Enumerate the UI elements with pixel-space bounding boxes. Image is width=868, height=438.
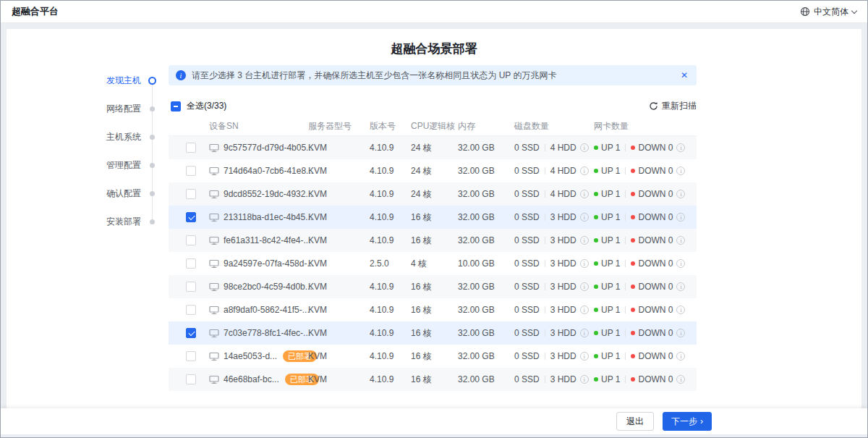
host-checkbox[interactable] bbox=[186, 235, 196, 245]
host-checkbox[interactable] bbox=[186, 189, 196, 199]
nic-info-icon[interactable]: i bbox=[676, 306, 685, 314]
disk-info-icon[interactable]: i bbox=[580, 375, 589, 384]
host-nic-cell: UP 1 DOWN 0 i bbox=[594, 258, 697, 269]
wizard-step[interactable]: 确认配置 bbox=[7, 180, 160, 208]
down-status-dot bbox=[631, 215, 635, 219]
nic-info-icon[interactable]: i bbox=[676, 143, 685, 152]
select-all-checkbox[interactable] bbox=[171, 101, 181, 111]
rescan-label: 重新扫描 bbox=[662, 100, 697, 112]
host-disk-cell: 0 SSD 4 HDD i bbox=[514, 166, 594, 176]
nic-info-icon[interactable]: i bbox=[676, 167, 685, 175]
disk-info-icon[interactable]: i bbox=[580, 329, 589, 337]
host-down-count: DOWN 0 bbox=[638, 305, 673, 315]
host-model: KVM bbox=[308, 258, 370, 269]
host-disk-cell: 0 SSD 3 HDD i bbox=[514, 282, 594, 292]
host-checkbox[interactable] bbox=[186, 166, 196, 176]
host-row[interactable]: 714d64a0-7cb6-41e8... KVM 4.10.9 24 核 32… bbox=[169, 159, 697, 182]
host-row[interactable]: 46e68baf-bc... 已部署 KVM 4.10.9 16 核 32.00… bbox=[169, 368, 697, 391]
disk-info-icon[interactable]: i bbox=[580, 236, 589, 245]
host-checkbox[interactable] bbox=[186, 143, 196, 153]
divider bbox=[545, 237, 545, 244]
disk-info-icon[interactable]: i bbox=[580, 306, 589, 314]
host-nic-cell: UP 1 DOWN 0 i bbox=[594, 143, 697, 153]
disk-info-icon[interactable]: i bbox=[580, 143, 589, 152]
host-checkbox[interactable] bbox=[186, 258, 196, 269]
wizard-step[interactable]: 网络配置 bbox=[7, 95, 160, 123]
down-status-dot bbox=[631, 146, 635, 150]
nic-info-icon[interactable]: i bbox=[676, 375, 685, 384]
wizard-step-label: 安装部署 bbox=[106, 216, 141, 228]
host-row[interactable]: fe61a311-8c42-4fe4-... KVM 4.10.9 16 核 3… bbox=[169, 229, 697, 252]
host-up-count: UP 1 bbox=[601, 305, 620, 315]
server-icon bbox=[209, 329, 219, 338]
host-row[interactable]: 9c57577d-d79d-4b05... KVM 4.10.9 24 核 32… bbox=[169, 136, 697, 159]
disk-info-icon[interactable]: i bbox=[580, 282, 589, 291]
host-hdd-count: 3 HDD bbox=[550, 351, 576, 361]
wizard-steps: 发现主机 网络配置 主机系统 管理配置 确认配置 安装部署 bbox=[7, 67, 160, 236]
disk-info-icon[interactable]: i bbox=[580, 190, 589, 198]
host-row[interactable]: 7c03e778-8fc1-4fec-... KVM 4.10.9 16 核 3… bbox=[169, 321, 697, 345]
host-checkbox[interactable] bbox=[186, 328, 196, 338]
host-sn-cell: 714d64a0-7cb6-41e8... bbox=[209, 166, 308, 176]
host-up-count: UP 1 bbox=[601, 189, 620, 199]
divider bbox=[545, 167, 545, 174]
wizard-step-dot bbox=[148, 217, 157, 227]
chevron-down-icon bbox=[851, 7, 857, 13]
host-checkbox[interactable] bbox=[186, 282, 196, 292]
select-all[interactable]: 全选(3/33) bbox=[171, 100, 226, 112]
up-status-dot bbox=[594, 354, 598, 358]
divider bbox=[625, 190, 626, 198]
language-switcher[interactable]: 中文简体 bbox=[800, 6, 856, 18]
disk-info-icon[interactable]: i bbox=[580, 259, 589, 268]
up-status-dot bbox=[594, 377, 598, 382]
host-checkbox[interactable] bbox=[186, 374, 196, 384]
host-row[interactable]: 9dcd8552-19dc-4932... KVM 4.10.9 24 核 32… bbox=[169, 182, 697, 206]
nic-info-icon[interactable]: i bbox=[676, 329, 685, 337]
wizard-step[interactable]: 管理配置 bbox=[7, 151, 160, 180]
host-cpu-cores: 16 核 bbox=[411, 235, 458, 247]
disk-info-icon[interactable]: i bbox=[580, 352, 589, 361]
nic-info-icon[interactable]: i bbox=[676, 190, 685, 198]
exit-button[interactable]: 退出 bbox=[616, 412, 654, 431]
row-check-cell bbox=[169, 282, 209, 292]
host-up-count: UP 1 bbox=[601, 212, 620, 222]
host-row[interactable]: 14ae5053-d... 已部署 KVM 4.10.9 16 核 32.00 … bbox=[169, 345, 697, 368]
server-icon bbox=[209, 282, 219, 292]
divider bbox=[545, 144, 545, 151]
nic-info-icon[interactable]: i bbox=[676, 236, 685, 245]
host-hdd-count: 3 HDD bbox=[550, 212, 576, 222]
wizard-step[interactable]: 发现主机 bbox=[7, 67, 160, 95]
host-ssd-count: 0 SSD bbox=[514, 166, 540, 176]
host-disk-cell: 0 SSD 3 HDD i bbox=[514, 305, 594, 315]
next-step-button[interactable]: 下一步 › bbox=[663, 412, 712, 431]
wizard-step[interactable]: 主机系统 bbox=[7, 123, 160, 151]
nic-info-icon[interactable]: i bbox=[676, 259, 685, 268]
rescan-button[interactable]: 重新扫描 bbox=[649, 100, 697, 112]
wizard-step[interactable]: 安装部署 bbox=[7, 208, 160, 236]
host-nic-cell: UP 1 DOWN 0 i bbox=[594, 282, 697, 292]
host-up-count: UP 1 bbox=[601, 143, 620, 153]
host-memory: 32.00 GB bbox=[458, 143, 514, 153]
host-row[interactable]: 已部署 i i bbox=[169, 391, 697, 397]
nic-info-icon[interactable]: i bbox=[676, 352, 685, 361]
host-row[interactable]: 98ce2bc0-4c59-4d0b... KVM 4.10.9 16 核 32… bbox=[169, 275, 697, 298]
close-icon[interactable]: ✕ bbox=[679, 71, 689, 80]
host-up-count: UP 1 bbox=[601, 374, 620, 384]
nic-info-icon[interactable]: i bbox=[676, 213, 685, 222]
host-ssd-count: 0 SSD bbox=[514, 305, 540, 315]
host-version: 4.10.9 bbox=[370, 328, 411, 338]
disk-info-icon[interactable]: i bbox=[580, 213, 589, 222]
row-check-cell bbox=[169, 166, 209, 176]
host-checkbox[interactable] bbox=[186, 305, 196, 315]
host-version: 4.10.9 bbox=[370, 166, 411, 176]
host-row[interactable]: 213118ba-d1ec-4b45... KVM 4.10.9 16 核 32… bbox=[169, 206, 697, 229]
host-row[interactable]: 9a24597e-07fa-458d-... KVM 2.5.0 4 核 10.… bbox=[169, 252, 697, 275]
host-down-count: DOWN 0 bbox=[638, 166, 673, 176]
up-status-dot bbox=[594, 146, 598, 150]
nic-info-icon[interactable]: i bbox=[676, 282, 685, 291]
disk-info-icon[interactable]: i bbox=[580, 167, 589, 175]
host-hdd-count: 3 HDD bbox=[550, 374, 576, 384]
host-checkbox[interactable] bbox=[186, 351, 196, 361]
host-row[interactable]: a8f9daf0-5862-41f5-... KVM 4.10.9 16 核 3… bbox=[169, 298, 697, 321]
host-checkbox[interactable] bbox=[186, 212, 196, 222]
